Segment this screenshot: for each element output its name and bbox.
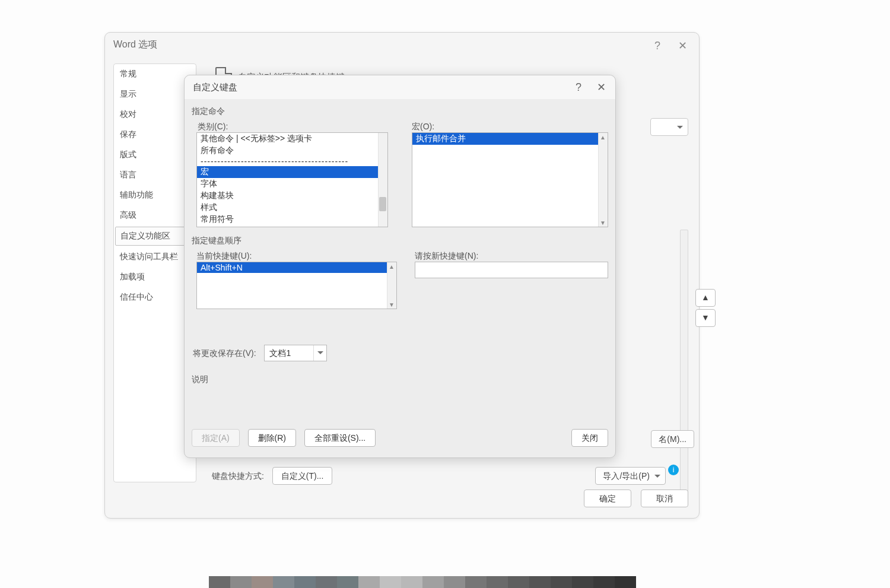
inner-help-button[interactable]: ? (570, 79, 587, 96)
rename-button[interactable]: 名(M)... (651, 430, 694, 448)
ok-button[interactable]: 确定 (584, 490, 631, 507)
inner-footer: 指定(A) 删除(R) 全部重设(S)... 关闭 (192, 429, 608, 449)
macro-listbox[interactable]: 执行邮件合并 ▲ ▼ (412, 132, 608, 227)
color-swatch (487, 576, 508, 588)
sidebar-item[interactable]: 自定义功能区 (115, 227, 195, 246)
assign-button[interactable]: 指定(A) (192, 429, 240, 447)
import-export-button[interactable]: 导入/导出(P) (595, 467, 666, 485)
move-up-button[interactable]: ▲ (695, 289, 716, 307)
color-swatch (529, 576, 551, 588)
color-swatch (230, 576, 252, 588)
inner-dialog-title: 自定义键盘 (193, 82, 237, 92)
scroll-down-icon[interactable]: ▼ (600, 220, 606, 225)
current-keys-listbox[interactable]: Alt+Shift+N ▲ ▼ (196, 262, 397, 309)
dialog-title: Word 选项 (113, 39, 157, 49)
ribbon-tree-scrollbar[interactable] (680, 230, 688, 503)
macro-item[interactable]: 执行邮件合并 (412, 133, 608, 145)
inner-close-button[interactable]: 关闭 (571, 429, 608, 447)
section-description: 说明 (192, 374, 608, 385)
scrollbar[interactable]: ▲ ▼ (598, 133, 608, 227)
new-key-label: 请按新快捷键(N): (415, 251, 608, 262)
section-specify-command: 指定命令 (192, 106, 608, 117)
inner-body: 指定命令 类别(C): 其他命令 | <<无标签>> 选项卡所有命令------… (192, 104, 608, 424)
chevron-down-icon (654, 475, 660, 481)
color-swatch (465, 576, 487, 588)
list-separator: ----------------------------------------… (197, 157, 387, 166)
category-item[interactable]: 构建基块 (197, 190, 387, 202)
color-swatch (551, 576, 572, 588)
category-item[interactable]: 字体 (197, 178, 387, 190)
new-shortcut-input[interactable] (415, 262, 608, 278)
help-button[interactable]: ? (649, 39, 666, 53)
category-item[interactable]: 其他命令 | <<无标签>> 选项卡 (197, 133, 387, 145)
color-swatch (273, 576, 294, 588)
category-label: 类别(C): (198, 122, 388, 132)
macro-label: 宏(O): (412, 122, 608, 132)
color-swatch (615, 576, 636, 588)
remove-button[interactable]: 删除(R) (248, 429, 296, 447)
color-swatch (444, 576, 465, 588)
color-swatch (337, 576, 358, 588)
ribbon-tree-panel (631, 147, 691, 419)
color-swatch (380, 576, 401, 588)
shortcut-item[interactable]: Alt+Shift+N (197, 262, 396, 273)
category-item[interactable]: 样式 (197, 202, 387, 214)
color-swatch (401, 576, 422, 588)
category-item[interactable]: 所有命令 (197, 145, 387, 157)
color-swatch (252, 576, 273, 588)
scrollbar-thumb[interactable] (379, 197, 386, 211)
color-swatch (358, 576, 380, 588)
inner-dialog-header: 自定义键盘 ? ✕ (185, 75, 615, 99)
info-icon[interactable]: i (668, 465, 679, 475)
reset-all-button[interactable]: 全部重设(S)... (304, 429, 376, 447)
ribbon-dropdown[interactable] (650, 118, 688, 136)
color-swatch (294, 576, 316, 588)
scroll-up-icon[interactable]: ▲ (389, 263, 395, 269)
category-item[interactable]: 常用符号 (197, 214, 387, 225)
color-swatch-strip (209, 576, 636, 588)
color-swatch (593, 576, 615, 588)
save-in-label: 将更改保存在(V): (193, 348, 256, 358)
color-swatch (209, 576, 230, 588)
color-swatch (572, 576, 593, 588)
scroll-down-icon[interactable]: ▼ (389, 301, 395, 307)
close-icon[interactable]: ✕ (674, 39, 691, 53)
scrollbar[interactable] (378, 133, 387, 227)
current-keys-label: 当前快捷键(U): (196, 251, 397, 262)
color-swatch (508, 576, 529, 588)
save-in-combo[interactable]: 文档1 (264, 345, 327, 361)
inner-close-icon[interactable]: ✕ (593, 79, 609, 96)
category-listbox[interactable]: 其他命令 | <<无标签>> 选项卡所有命令------------------… (196, 132, 388, 227)
scrollbar[interactable]: ▲ ▼ (387, 262, 396, 309)
color-swatch (316, 576, 337, 588)
move-down-button[interactable]: ▼ (695, 309, 716, 327)
customize-keyboard-dialog: 自定义键盘 ? ✕ 指定命令 类别(C): 其他命令 | <<无标签>> 选项卡… (184, 75, 616, 458)
color-swatch (422, 576, 444, 588)
scroll-up-icon[interactable]: ▲ (600, 134, 606, 140)
keyboard-shortcuts-label: 键盘快捷方式: (212, 471, 264, 481)
category-item[interactable]: 宏 (197, 166, 387, 178)
customize-keyboard-button[interactable]: 自定义(T)... (272, 467, 333, 485)
dialog-header: Word 选项 ? ✕ (105, 33, 699, 52)
dialog-footer: 确定 取消 (577, 490, 688, 507)
chevron-down-icon[interactable] (313, 345, 326, 361)
section-key-sequence: 指定键盘顺序 (192, 236, 608, 246)
cancel-button[interactable]: 取消 (641, 490, 688, 507)
save-in-value: 文档1 (265, 345, 313, 361)
